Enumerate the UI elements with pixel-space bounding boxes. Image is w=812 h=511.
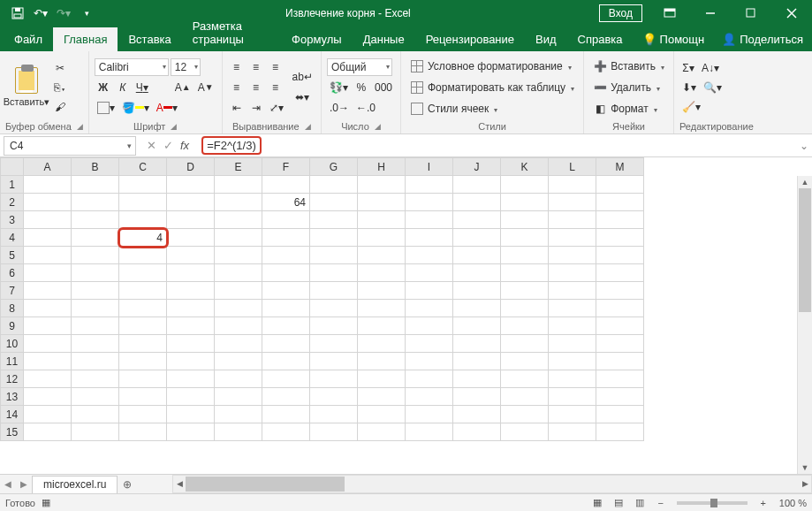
- sheet-nav-prev-icon[interactable]: ◀: [0, 475, 16, 493]
- cell[interactable]: [453, 423, 501, 441]
- cell[interactable]: [262, 247, 310, 264]
- dialog-launcher-icon[interactable]: ◢: [77, 122, 83, 131]
- enter-formula-icon[interactable]: ✓: [163, 139, 173, 152]
- cell[interactable]: [72, 282, 119, 300]
- cell[interactable]: [262, 176, 310, 194]
- cell[interactable]: [406, 176, 453, 194]
- cell[interactable]: [406, 300, 453, 317]
- cell[interactable]: [167, 370, 215, 388]
- number-format-combo[interactable]: Общий: [327, 58, 392, 76]
- cell[interactable]: [358, 282, 406, 300]
- cell[interactable]: [501, 176, 549, 194]
- cell[interactable]: [167, 264, 215, 282]
- orientation-icon[interactable]: ⤢▾: [267, 99, 286, 117]
- row-header[interactable]: 9: [1, 317, 24, 335]
- cell[interactable]: [358, 247, 406, 264]
- cell[interactable]: [501, 211, 549, 229]
- cell[interactable]: [596, 247, 644, 264]
- cell[interactable]: [72, 247, 119, 264]
- cell[interactable]: [24, 247, 72, 264]
- zoom-level[interactable]: 100 %: [779, 498, 807, 508]
- cell[interactable]: [24, 229, 72, 247]
- cell[interactable]: [72, 353, 119, 370]
- row-header[interactable]: 8: [1, 300, 24, 317]
- column-header[interactable]: G: [310, 158, 358, 176]
- cell[interactable]: [215, 370, 262, 388]
- cell[interactable]: [596, 423, 644, 441]
- cell[interactable]: [119, 247, 167, 264]
- cell[interactable]: [72, 211, 119, 229]
- cell[interactable]: [501, 282, 549, 300]
- cell[interactable]: [310, 211, 358, 229]
- italic-button[interactable]: К: [114, 79, 132, 96]
- cell[interactable]: [453, 194, 501, 211]
- row-header[interactable]: 7: [1, 282, 24, 300]
- merge-button[interactable]: ⬌▾: [290, 88, 315, 106]
- cell[interactable]: [262, 423, 310, 441]
- cell[interactable]: [215, 264, 262, 282]
- cell[interactable]: [24, 353, 72, 370]
- cell[interactable]: [119, 194, 167, 211]
- cell[interactable]: [358, 353, 406, 370]
- autosum-icon[interactable]: Σ▾: [679, 59, 697, 77]
- cell[interactable]: [596, 282, 644, 300]
- cell[interactable]: [358, 388, 406, 406]
- cell[interactable]: [501, 194, 549, 211]
- row-header[interactable]: 15: [1, 423, 24, 441]
- cell[interactable]: [167, 282, 215, 300]
- cell[interactable]: [119, 282, 167, 300]
- cell[interactable]: [453, 317, 501, 335]
- column-header[interactable]: E: [215, 158, 262, 176]
- cell[interactable]: [119, 388, 167, 406]
- cell[interactable]: [24, 317, 72, 335]
- tab-file[interactable]: Файл: [4, 27, 53, 51]
- column-header[interactable]: L: [549, 158, 596, 176]
- cell[interactable]: [310, 423, 358, 441]
- cell[interactable]: [501, 423, 549, 441]
- insert-cells-button[interactable]: ➕Вставить: [589, 57, 668, 76]
- name-box[interactable]: C4: [4, 136, 136, 156]
- cell[interactable]: [167, 300, 215, 317]
- cell[interactable]: [406, 370, 453, 388]
- cell[interactable]: [310, 282, 358, 300]
- zoom-slider[interactable]: [677, 501, 747, 505]
- cell[interactable]: [596, 370, 644, 388]
- column-header[interactable]: I: [406, 158, 453, 176]
- cell[interactable]: [262, 300, 310, 317]
- cell[interactable]: [262, 211, 310, 229]
- cell[interactable]: [72, 317, 119, 335]
- cell[interactable]: [596, 300, 644, 317]
- cell[interactable]: [310, 229, 358, 247]
- insert-function-button[interactable]: fx: [180, 139, 189, 152]
- cell[interactable]: [119, 370, 167, 388]
- cell[interactable]: [501, 406, 549, 423]
- cell[interactable]: [215, 282, 262, 300]
- borders-button[interactable]: ▾: [95, 99, 118, 117]
- cell[interactable]: [24, 423, 72, 441]
- row-header[interactable]: 2: [1, 194, 24, 211]
- page-layout-view-icon[interactable]: ▤: [608, 497, 629, 508]
- cell[interactable]: [596, 211, 644, 229]
- cell[interactable]: [453, 211, 501, 229]
- cell[interactable]: [549, 353, 596, 370]
- cell[interactable]: [358, 370, 406, 388]
- cell[interactable]: [119, 353, 167, 370]
- cell[interactable]: [72, 264, 119, 282]
- cell[interactable]: [119, 423, 167, 441]
- cell[interactable]: [358, 176, 406, 194]
- cell[interactable]: [596, 353, 644, 370]
- tab-review[interactable]: Рецензирование: [415, 27, 525, 51]
- cell[interactable]: [310, 176, 358, 194]
- dialog-launcher-icon[interactable]: ◢: [171, 122, 177, 131]
- cell[interactable]: [310, 406, 358, 423]
- cell[interactable]: [549, 247, 596, 264]
- normal-view-icon[interactable]: ▦: [587, 497, 608, 508]
- horizontal-scrollbar[interactable]: ◀ ▶: [172, 475, 812, 493]
- column-header[interactable]: B: [72, 158, 119, 176]
- cell[interactable]: [262, 406, 310, 423]
- cell[interactable]: [167, 335, 215, 353]
- format-painter-icon[interactable]: 🖌: [51, 98, 69, 116]
- new-sheet-button[interactable]: ⊕: [118, 475, 137, 493]
- wrap-text-button[interactable]: ab↵: [290, 68, 315, 86]
- decrease-font-icon[interactable]: A▼: [195, 79, 216, 96]
